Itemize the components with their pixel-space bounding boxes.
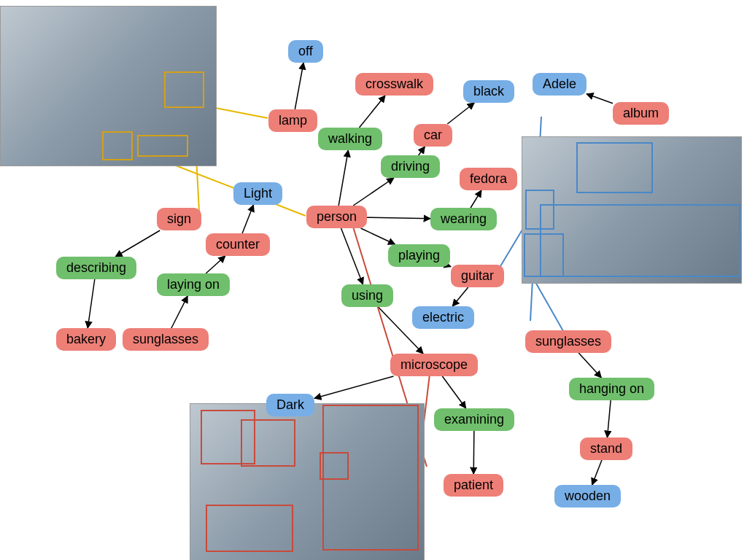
- node-playing: playing: [388, 244, 450, 267]
- node-driving: driving: [381, 155, 440, 178]
- node-examining: examining: [434, 408, 514, 431]
- scene-graph-canvas: offcrosswalkblackAdelealbumlampwalkingca…: [0, 0, 747, 560]
- edge-laying_on-counter: [206, 256, 225, 273]
- node-describing: describing: [56, 257, 136, 279]
- edge-examining-patient: [473, 431, 474, 474]
- node-microscope: microscope: [390, 354, 478, 376]
- edge-person-walking: [338, 150, 348, 206]
- node-hanging_on: hanging on: [569, 378, 654, 400]
- node-counter: counter: [206, 233, 270, 256]
- edge-person-using: [341, 228, 363, 284]
- node-black: black: [463, 80, 514, 103]
- bounding-box: [540, 204, 740, 277]
- edge-wearing-fedora: [471, 190, 481, 208]
- edge-person-driving: [353, 178, 394, 206]
- node-fedora: fedora: [460, 168, 517, 190]
- node-crosswalk: crosswalk: [355, 73, 433, 96]
- node-electric: electric: [412, 306, 474, 329]
- node-Light: Light: [233, 182, 282, 205]
- edge-person-wearing: [367, 217, 430, 218]
- node-wearing: wearing: [430, 208, 497, 230]
- bounding-box: [524, 233, 564, 277]
- node-walking: walking: [318, 128, 382, 150]
- bounding-box: [164, 71, 204, 108]
- node-sunglasses1: sunglasses: [123, 328, 209, 351]
- edge-stand-wooden: [592, 460, 602, 485]
- edge-guitar-electric: [452, 287, 468, 306]
- edge-album-Adele: [587, 94, 613, 104]
- bounding-box: [241, 419, 295, 467]
- node-album: album: [613, 102, 669, 125]
- bounding-box: [576, 142, 653, 193]
- edge-sunglasses2-hanging_on: [578, 353, 601, 378]
- node-Dark: Dark: [266, 394, 314, 416]
- bounding-box: [102, 131, 133, 160]
- node-off: off: [288, 40, 323, 63]
- node-laying_on: laying on: [157, 273, 230, 296]
- bounding-box: [322, 405, 419, 551]
- edge-microscope-Dark: [314, 376, 393, 398]
- node-lamp: lamp: [268, 109, 317, 132]
- node-sunglasses2: sunglasses: [525, 330, 611, 353]
- bounding-box: [137, 135, 188, 157]
- node-car: car: [414, 124, 452, 147]
- node-wooden: wooden: [554, 485, 621, 508]
- node-sign: sign: [157, 208, 201, 230]
- bounding-box: [525, 190, 554, 230]
- edge-sign-describing: [115, 230, 160, 257]
- edge-person-playing: [361, 228, 395, 244]
- edge-walking-crosswalk: [360, 96, 385, 128]
- edge-sunglasses1-laying_on: [171, 296, 187, 328]
- edge-counter-Light: [242, 205, 253, 233]
- edge-describing-bakery: [88, 279, 95, 328]
- edge-driving-car: [419, 147, 425, 155]
- node-guitar: guitar: [451, 265, 504, 287]
- edge-microscope-examining: [442, 376, 465, 408]
- edge-lamp-off: [295, 63, 303, 109]
- node-patient: patient: [444, 474, 503, 497]
- node-Adele: Adele: [533, 73, 587, 96]
- edge-car-black: [447, 103, 474, 124]
- edge-hanging_on-stand: [607, 400, 611, 438]
- node-person: person: [306, 206, 367, 228]
- node-bakery: bakery: [56, 328, 116, 351]
- node-stand: stand: [580, 438, 632, 460]
- bounding-box: [206, 505, 293, 552]
- node-using: using: [341, 284, 393, 307]
